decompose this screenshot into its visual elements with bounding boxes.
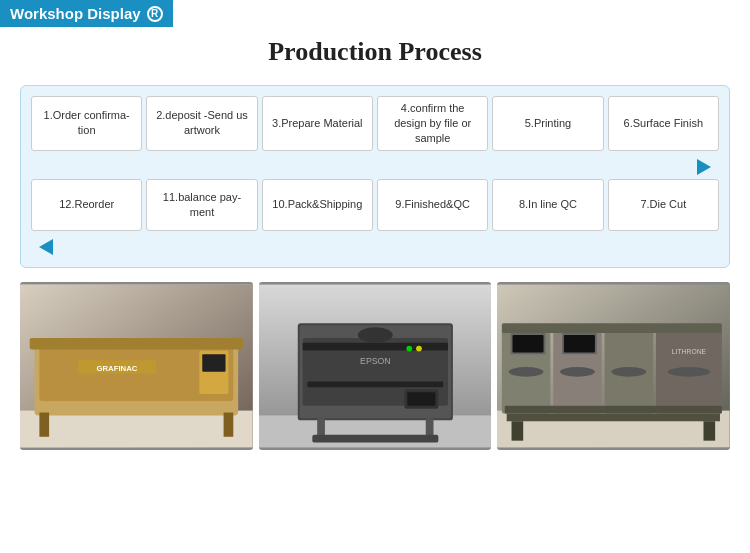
svg-point-35 — [509, 367, 544, 377]
workshop-photo-3: LITHRONE — [497, 282, 730, 450]
step-7: 7.Die Cut — [608, 179, 719, 231]
step-3: 3.Prepare Material — [262, 96, 373, 151]
step-6: 6.Surface Finish — [608, 96, 719, 151]
process-row-1: 1.Order confirma-tion 2.deposit -Send us… — [31, 96, 719, 151]
svg-rect-45 — [507, 413, 720, 421]
svg-rect-41 — [513, 335, 544, 352]
step-2: 2.deposit -Send usartwork — [146, 96, 257, 151]
arrow-right-container — [31, 159, 719, 175]
svg-rect-22 — [312, 434, 438, 442]
svg-rect-9 — [202, 354, 225, 371]
arrow-right-icon — [697, 159, 711, 175]
svg-text:EPSON: EPSON — [360, 356, 391, 366]
step-4: 4.confirm thedesign by file orsample — [377, 96, 488, 151]
svg-point-19 — [358, 327, 393, 343]
process-container: 1.Order confirma-tion 2.deposit -Send us… — [20, 85, 730, 268]
step-11: 11.balance pay-ment — [146, 179, 257, 231]
svg-rect-5 — [30, 337, 243, 349]
photos-row: GRAFINAC — [20, 282, 730, 450]
workshop-header: Workshop Display R — [0, 0, 173, 27]
workshop-photo-2: EPSON — [259, 282, 492, 450]
workshop-photo-1: GRAFINAC — [20, 282, 253, 450]
svg-point-36 — [560, 367, 595, 377]
arrow-left-icon — [39, 239, 53, 255]
arrow-left-container — [31, 239, 719, 255]
svg-rect-39 — [505, 405, 722, 413]
svg-point-38 — [668, 367, 711, 377]
step-8: 8.In line QC — [492, 179, 603, 231]
workshop-label: Workshop Display — [10, 5, 141, 22]
svg-rect-43 — [564, 335, 595, 352]
svg-rect-46 — [512, 421, 524, 440]
svg-text:GRAFINAC: GRAFINAC — [96, 363, 137, 372]
svg-rect-7 — [224, 412, 234, 436]
svg-point-37 — [612, 367, 647, 377]
process-row-2: 12.Reorder 11.balance pay-ment 10.Pack&S… — [31, 179, 719, 231]
step-10: 10.Pack&Shipping — [262, 179, 373, 231]
main-content: Production Process 1.Order confirma-tion… — [0, 27, 750, 460]
svg-rect-18 — [307, 381, 443, 387]
svg-rect-34 — [502, 323, 722, 333]
page-title: Production Process — [20, 37, 730, 67]
info-icon: R — [147, 6, 163, 22]
svg-text:LITHRONE: LITHRONE — [672, 348, 707, 355]
step-1: 1.Order confirma-tion — [31, 96, 142, 151]
svg-rect-27 — [407, 392, 435, 406]
svg-rect-17 — [302, 342, 447, 350]
step-12: 12.Reorder — [31, 179, 142, 231]
svg-rect-2 — [20, 410, 253, 447]
svg-rect-47 — [704, 421, 716, 440]
svg-point-25 — [416, 345, 422, 351]
svg-point-24 — [406, 345, 412, 351]
svg-rect-6 — [39, 412, 49, 436]
step-5: 5.Printing — [492, 96, 603, 151]
step-9: 9.Finished&QC — [377, 179, 488, 231]
